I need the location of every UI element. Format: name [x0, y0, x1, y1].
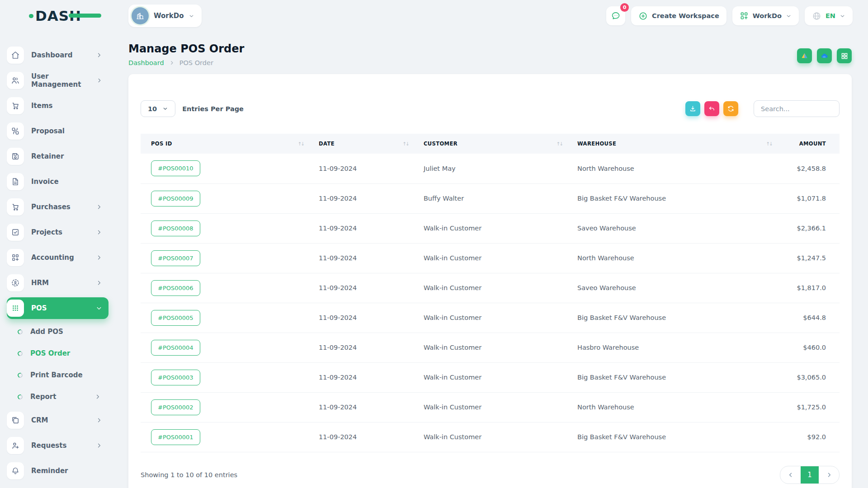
entries-per-page-label: Entries Per Page [182, 105, 244, 113]
sort-icon: ↑↓ [556, 141, 562, 146]
google-drive-button[interactable] [797, 48, 812, 63]
main-content: Manage POS Order Dashboard POS Order [118, 32, 868, 488]
sidebar-item-accounting[interactable]: Accounting [7, 247, 108, 268]
page-title: Manage POS Order [128, 42, 244, 55]
sort-icon: ↑↓ [766, 141, 772, 146]
sidebar-item-crm[interactable]: CRM [7, 409, 108, 431]
pos-order-card: 10 Entries Per Page [128, 74, 852, 488]
pos-id-link[interactable]: #POS00003 [151, 370, 200, 385]
pos-id-link[interactable]: #POS00009 [151, 191, 200, 206]
person-dashed-circle-icon [11, 278, 20, 287]
chat-icon [611, 11, 621, 21]
table-row: #POS00007 11-09-2024 Walk-in Customer No… [141, 243, 840, 273]
chevron-right-icon [94, 394, 101, 400]
export-download-button[interactable] [685, 101, 700, 116]
grid-plus-icon [740, 11, 749, 20]
entries-per-page-select[interactable]: 10 [141, 100, 175, 117]
sidebar-subitem-report[interactable]: Report [0, 388, 108, 406]
onedrive-icon [820, 52, 829, 61]
chevron-right-icon [169, 60, 175, 66]
column-header-amount[interactable]: AMOUNT [777, 134, 840, 154]
topbar: DASH WorkDo 0 Create Workspace WorkDo EN [0, 0, 868, 32]
chevron-down-icon [162, 106, 168, 112]
sidebar-item-pos[interactable]: POS [7, 297, 108, 319]
chevron-right-icon [96, 77, 102, 84]
messages-button[interactable]: 0 [606, 6, 625, 25]
pos-order-table: POS ID↑↓ DATE↑↓ CUSTOMER↑↓ WAREHOUSE↑↓ A… [141, 134, 840, 452]
showing-entries-text: Showing 1 to 10 of 10 entries [141, 471, 237, 479]
users-icon [11, 76, 20, 85]
create-workspace-button[interactable]: Create Workspace [631, 6, 726, 25]
sidebar-item-requests[interactable]: Requests [7, 435, 108, 456]
sidebar-item-purchases[interactable]: Purchases [7, 196, 108, 218]
cart-icon [11, 202, 20, 211]
breadcrumb-dashboard-link[interactable]: Dashboard [128, 59, 164, 66]
chevron-left-icon [788, 472, 794, 478]
pagination: 1 [780, 466, 840, 484]
sidebar-item-user-management[interactable]: User Management [7, 70, 108, 91]
sidebar-subitem-add-pos[interactable]: Add POS [0, 323, 108, 341]
undo-button[interactable] [704, 101, 719, 116]
onedrive-button[interactable] [817, 48, 832, 63]
logo-dash-icon [29, 14, 33, 18]
sidebar-item-items[interactable]: Items [7, 95, 108, 117]
pos-id-link[interactable]: #POS00008 [151, 221, 200, 236]
table-row: #POS00003 11-09-2024 Walk-in Customer Bi… [141, 362, 840, 392]
building-icon [136, 11, 145, 20]
pos-id-link[interactable]: #POS00004 [151, 340, 200, 356]
pos-id-link[interactable]: #POS00006 [151, 280, 200, 296]
home-icon [11, 51, 20, 60]
google-drive-icon [800, 52, 809, 60]
sidebar-subitem-pos-order[interactable]: POS Order [0, 344, 108, 362]
search-input[interactable] [754, 100, 840, 117]
pos-id-link[interactable]: #POS00007 [151, 250, 200, 266]
table-row: #POS00009 11-09-2024 Buffy Walter Big Ba… [141, 183, 840, 213]
sidebar-item-dashboard[interactable]: Dashboard [7, 44, 108, 66]
table-row: #POS00001 11-09-2024 Walk-in Customer Bi… [141, 422, 840, 452]
sidebar-item-proposal[interactable]: Proposal [7, 120, 108, 142]
previous-page-button[interactable] [780, 466, 801, 483]
shuffle-squares-icon [11, 127, 20, 136]
column-header-customer[interactable]: CUSTOMER↑↓ [413, 134, 567, 154]
check-square-icon [11, 228, 20, 237]
language-selector[interactable]: EN [805, 6, 853, 25]
document-icon [11, 177, 20, 186]
sidebar-item-hrm[interactable]: HRM [7, 272, 108, 294]
pos-id-link[interactable]: #POS00010 [151, 160, 200, 176]
refresh-button[interactable] [723, 101, 738, 116]
chevron-right-icon [826, 472, 832, 478]
chevron-right-icon [96, 280, 102, 286]
apps-grid-icon [840, 52, 849, 60]
chat-count-badge: 0 [620, 3, 629, 12]
sidebar-item-reminder[interactable]: Reminder [7, 460, 108, 482]
chevron-right-icon [96, 442, 102, 449]
grid-view-button[interactable] [837, 48, 852, 63]
breadcrumb: Dashboard POS Order [128, 59, 244, 66]
sidebar-item-invoice[interactable]: Invoice [7, 171, 108, 192]
sidebar-subitem-print-barcode[interactable]: Print Barcode [0, 366, 108, 384]
grid-plus-icon [11, 253, 20, 262]
next-page-button[interactable] [819, 466, 839, 483]
sidebar-item-projects[interactable]: Projects [7, 221, 108, 243]
workdo-menu-button[interactable]: WorkDo [732, 6, 799, 25]
column-header-warehouse[interactable]: WAREHOUSE↑↓ [567, 134, 777, 154]
download-icon [689, 105, 697, 113]
table-row: #POS00008 11-09-2024 Walk-in Customer Sa… [141, 213, 840, 243]
chevron-right-icon [96, 229, 102, 235]
pos-id-link[interactable]: #POS00005 [151, 310, 200, 326]
pos-id-link[interactable]: #POS00002 [151, 399, 200, 415]
app-logo[interactable]: DASH [0, 8, 118, 24]
breadcrumb-current: POS Order [179, 59, 213, 66]
page-number-button[interactable]: 1 [801, 466, 819, 483]
workspace-name: WorkDo [154, 12, 184, 20]
chevron-down-icon [189, 13, 194, 19]
bell-icon [11, 466, 20, 475]
undo-arrow-icon [708, 105, 716, 113]
layers-square-icon [11, 416, 20, 425]
column-header-pos-id[interactable]: POS ID↑↓ [141, 134, 308, 154]
pos-id-link[interactable]: #POS00001 [151, 429, 200, 445]
sidebar-item-retainer[interactable]: Retainer [7, 145, 108, 167]
column-header-date[interactable]: DATE↑↓ [308, 134, 413, 154]
create-workspace-label: Create Workspace [652, 12, 719, 19]
workspace-switcher[interactable]: WorkDo [128, 5, 202, 27]
